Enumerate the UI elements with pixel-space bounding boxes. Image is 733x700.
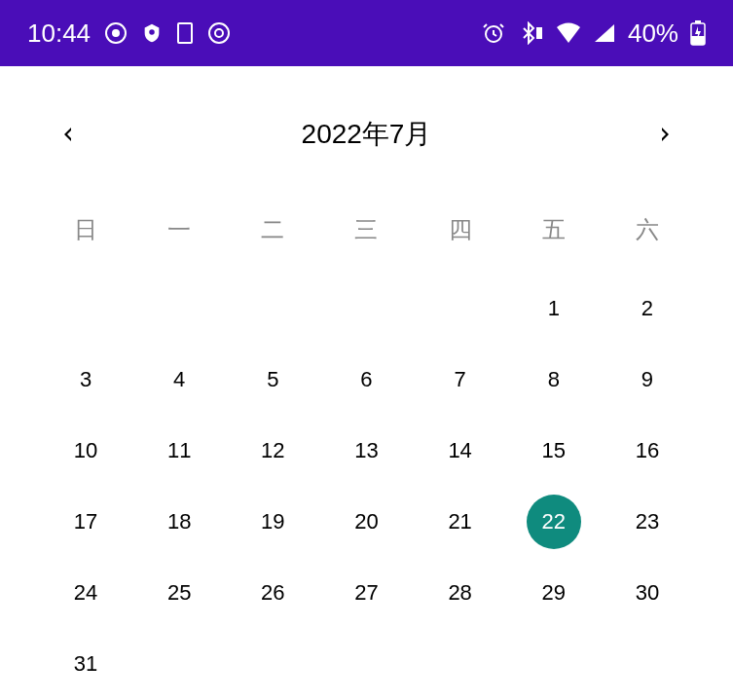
day-cell[interactable]: 16 [601,415,694,486]
music-icon [104,21,128,45]
day-empty [132,273,226,344]
day-number: 5 [245,352,300,407]
day-cell[interactable]: 2 [601,273,694,344]
weekday-row: 日 一 二 三 四 五 六 [39,197,694,263]
day-cell[interactable]: 11 [132,415,226,486]
day-number: 10 [58,424,113,478]
day-number: 23 [620,495,675,549]
day-number: 3 [58,352,113,407]
next-month-button[interactable] [645,115,684,154]
day-number: 22 [527,495,581,549]
day-cell[interactable]: 22 [507,486,601,557]
day-cell[interactable]: 1 [507,273,601,344]
day-cell[interactable]: 27 [319,557,413,628]
day-cell[interactable]: 23 [601,486,694,557]
shield-icon [141,22,163,44]
day-number: 18 [152,495,206,549]
day-cell[interactable]: 10 [39,415,132,486]
month-title: 2022年7月 [302,116,432,153]
status-right: 40% [482,18,706,49]
day-cell[interactable]: 26 [226,557,319,628]
weekday-sun: 日 [39,197,132,263]
day-cell[interactable]: 8 [507,344,601,415]
day-cell[interactable]: 7 [414,344,507,415]
day-cell[interactable]: 21 [414,486,507,557]
bluetooth-icon [517,21,544,45]
weekday-tue: 二 [226,197,319,263]
day-empty [414,273,507,344]
day-number: 8 [527,352,581,407]
day-number: 25 [152,566,206,620]
calendar-header: 2022年7月 [39,86,694,173]
svg-rect-6 [536,27,542,39]
day-cell[interactable]: 4 [132,344,226,415]
day-number: 4 [152,352,206,407]
day-cell[interactable]: 29 [507,557,601,628]
day-number: 9 [620,352,675,407]
day-number: 11 [152,424,206,478]
weekday-wed: 三 [319,197,413,263]
day-number: 12 [245,424,300,478]
day-cell[interactable]: 5 [226,344,319,415]
svg-point-1 [113,30,119,36]
day-cell[interactable]: 17 [39,486,132,557]
battery-icon [690,20,706,46]
day-number: 21 [433,495,488,549]
day-empty [319,273,413,344]
day-number: 6 [339,352,393,407]
day-cell[interactable]: 25 [132,557,226,628]
day-cell[interactable]: 19 [226,486,319,557]
day-number: 20 [339,495,393,549]
battery-percent: 40% [628,18,678,49]
day-number: 31 [58,637,113,691]
day-cell[interactable]: 14 [414,415,507,486]
day-number: 30 [620,566,675,620]
day-cell[interactable]: 9 [601,344,694,415]
day-cell[interactable]: 24 [39,557,132,628]
day-number: 14 [433,424,488,478]
day-empty [226,273,319,344]
day-number: 24 [58,566,113,620]
day-cell[interactable]: 12 [226,415,319,486]
day-number: 16 [620,424,675,478]
status-bar: 10:44 40% [0,0,733,66]
weekday-fri: 五 [507,197,601,263]
day-number: 26 [245,566,300,620]
day-number: 7 [433,352,488,407]
days-grid: 1234567891011121314151617181920212223242… [39,273,694,699]
calendar: 2022年7月 日 一 二 三 四 五 六 123456789101112131… [0,66,733,700]
day-number: 13 [339,424,393,478]
status-left: 10:44 [27,18,231,49]
day-cell[interactable]: 30 [601,557,694,628]
svg-rect-3 [178,23,192,43]
day-number: 28 [433,566,488,620]
day-cell[interactable]: 3 [39,344,132,415]
svg-point-2 [149,29,155,34]
prev-month-button[interactable] [49,115,88,154]
sync-icon [207,21,231,45]
day-cell[interactable]: 18 [132,486,226,557]
svg-point-4 [209,23,229,43]
day-number: 2 [620,281,675,336]
day-empty [39,273,132,344]
day-number: 15 [527,424,581,478]
status-time: 10:44 [27,18,91,49]
day-cell[interactable]: 13 [319,415,413,486]
weekday-mon: 一 [132,197,226,263]
wifi-icon [556,22,581,44]
day-cell[interactable]: 31 [39,628,132,699]
day-cell[interactable]: 15 [507,415,601,486]
day-number: 19 [245,495,300,549]
weekday-thu: 四 [414,197,507,263]
day-cell[interactable]: 6 [319,344,413,415]
day-number: 1 [527,281,581,336]
svg-rect-8 [695,20,701,23]
weekday-sat: 六 [601,197,694,263]
alarm-icon [482,21,505,45]
day-number: 17 [58,495,113,549]
day-cell[interactable]: 28 [414,557,507,628]
signal-icon [593,22,616,44]
day-number: 29 [527,566,581,620]
day-cell[interactable]: 20 [319,486,413,557]
day-number: 27 [339,566,393,620]
